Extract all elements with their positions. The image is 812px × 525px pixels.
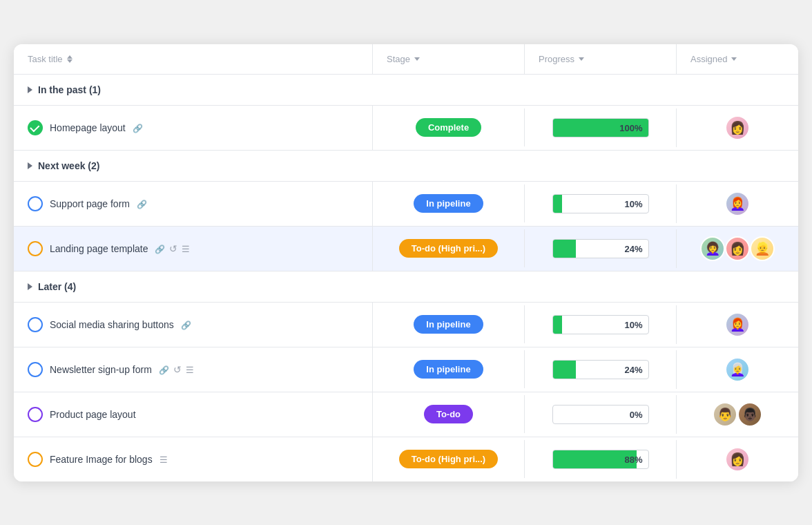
stage-cell[interactable]: To-do (High pri...) [373,229,525,267]
header-stage[interactable]: Stage [373,44,525,74]
progress-label: 24% [624,364,642,374]
assigned-cell: 👩‍🦱👩👱 [677,227,798,271]
stage-cell[interactable]: In pipeline [373,350,525,388]
link-icon [181,319,191,330]
avatar: 👨🏿 [737,402,762,427]
header-stage-label: Stage [387,54,410,64]
progress-label: 100% [619,122,642,133]
group-header-next-week[interactable]: Next week (2) [14,151,798,182]
task-name-cell: Support page form [14,182,373,226]
link-icon [155,243,165,254]
assigned-cell: 👩‍🦳 [677,347,798,392]
stage-cell[interactable]: To-do [373,395,525,433]
header-task-title-label: Task title [28,54,63,64]
repeat-icon [173,364,182,375]
avatar: 👩‍🦰 [725,312,750,337]
header-assigned[interactable]: Assigned [677,44,798,74]
stage-badge: Complete [416,118,481,137]
progress-bar: 100% [552,118,649,137]
chevron-icon [28,86,32,93]
status-circle[interactable] [28,120,43,135]
progress-cell: 10% [525,184,677,223]
progress-label: 10% [624,319,642,330]
list-icon [160,454,168,465]
table-body: In the past (1)Homepage layoutComplete10… [14,75,798,481]
progress-fill [553,316,563,334]
stage-cell[interactable]: In pipeline [373,305,525,343]
status-circle[interactable] [28,362,43,377]
progress-bar: 0% [552,405,649,424]
progress-bar: 10% [552,194,649,213]
task-icons [159,364,194,375]
progress-cell: 24% [525,229,677,268]
progress-cell: 88% [525,440,677,479]
avatar: 👩‍🦱 [700,236,725,261]
table-row: Social media sharing buttonsIn pipeline1… [14,303,798,347]
task-icons [137,198,147,209]
avatar-group: 👩 [725,447,750,472]
progress-label: 10% [624,198,642,209]
table-row: Feature Image for blogsTo-do (High pri..… [14,437,798,481]
avatar-group: 👩‍🦱👩👱 [700,236,775,261]
task-name: Support page form [50,198,130,209]
stage-cell[interactable]: In pipeline [373,184,525,222]
status-circle[interactable] [28,452,43,467]
stage-badge: To-do [424,405,473,423]
avatar: 👩 [725,115,750,140]
task-name: Feature Image for blogs [50,454,153,465]
table-row: Homepage layoutComplete100%👩 [14,106,798,151]
assigned-cell: 👩 [677,437,798,481]
status-circle[interactable] [28,317,43,332]
task-icons [155,243,190,254]
task-name: Homepage layout [50,122,126,133]
stage-badge: In pipeline [414,194,483,213]
group-header-past[interactable]: In the past (1) [14,75,798,106]
header-task-title[interactable]: Task title [14,44,373,74]
assigned-cell: 👩 [677,106,798,150]
group-header-later[interactable]: Later (4) [14,271,798,303]
avatar: 👩 [725,447,750,472]
progress-label: 24% [624,243,642,254]
task-name-cell: Social media sharing buttons [14,303,373,347]
chevron-down-icon [579,57,584,61]
group-title: Later (4) [38,281,76,292]
chevron-down-icon [414,57,420,61]
avatar-group: 👩 [725,115,750,140]
progress-cell: 100% [525,108,677,147]
assigned-cell: 👩‍🦰 [677,182,798,226]
header-progress[interactable]: Progress [525,44,677,74]
avatar: 👩‍🦰 [725,191,750,216]
task-table: Task title Stage Progress Assigned In th… [14,44,798,481]
list-icon [182,243,190,254]
status-circle[interactable] [28,407,43,422]
task-name: Product page layout [50,409,136,420]
stage-badge: To-do (High pri...) [399,239,498,258]
progress-fill [553,361,576,379]
group-title: In the past (1) [38,84,101,95]
progress-bar: 10% [552,315,649,334]
progress-bar: 24% [552,239,649,258]
status-circle[interactable] [28,241,43,256]
progress-cell: 10% [525,305,677,344]
avatar: 👩 [725,236,750,261]
repeat-icon [169,243,177,254]
task-name-cell: Product page layout [14,392,373,437]
status-circle[interactable] [28,196,43,211]
avatar-group: 👩‍🦰 [725,191,750,216]
task-icons [133,122,143,133]
avatar: 👩‍🦳 [725,357,750,382]
task-icons [181,319,191,330]
task-name-cell: Landing page template [14,227,373,271]
avatar-group: 👨👨🏿 [713,402,762,427]
task-name: Social media sharing buttons [50,319,174,330]
stage-cell[interactable]: To-do (High pri...) [373,440,525,478]
stage-cell[interactable]: Complete [373,108,525,146]
avatar-group: 👩‍🦰 [725,312,750,337]
progress-label: 0% [630,409,643,419]
header-assigned-label: Assigned [690,54,727,64]
progress-cell: 24% [525,350,677,389]
task-name: Newsletter sign-up form [50,364,152,375]
progress-bar: 88% [552,450,649,469]
progress-fill [553,195,563,213]
sort-icon[interactable] [67,55,72,63]
